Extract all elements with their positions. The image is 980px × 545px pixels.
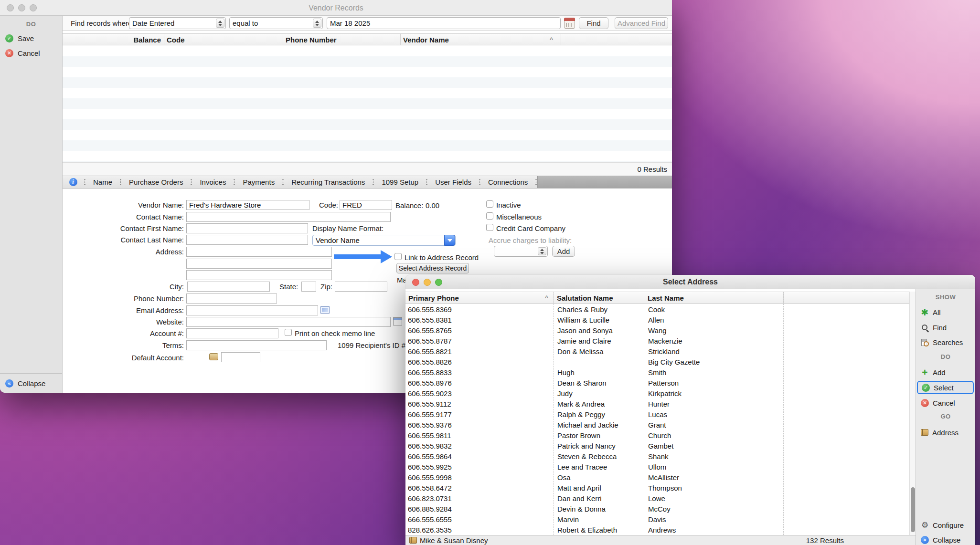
- address-row[interactable]: 606.555.9864 Steven & Rebecca Shank: [405, 451, 916, 461]
- address-row[interactable]: 606.555.8765 Jason and Sonya Wang: [405, 325, 916, 335]
- website-field[interactable]: [186, 317, 391, 327]
- column-divider: [400, 34, 401, 45]
- find-operator-dropdown[interactable]: equal to: [229, 17, 323, 29]
- column-guide: [783, 292, 784, 535]
- go-address-button[interactable]: Address: [921, 427, 959, 438]
- contact-first-name-field[interactable]: [186, 223, 308, 233]
- configure-button[interactable]: ⚙ Configure: [921, 519, 964, 531]
- find-button[interactable]: Find: [921, 322, 947, 333]
- tab[interactable]: Name: [86, 176, 119, 188]
- email-icon[interactable]: [320, 306, 330, 314]
- address-row[interactable]: 606.555.9177 Ralph & Peggy Lucas: [405, 409, 916, 419]
- address-row[interactable]: 606.555.9998 Osa McAllister: [405, 472, 916, 482]
- column-header-salutation-name[interactable]: Salutation Name: [557, 294, 613, 302]
- collapse-sidebar-button[interactable]: « Collapse: [921, 534, 960, 545]
- accrue-liability-dropdown[interactable]: [494, 246, 548, 257]
- address-row[interactable]: 606.555.8833 Hugh Smith: [405, 367, 916, 377]
- address-row[interactable]: 828.626.3535 Robert & Elizabeth Andrews: [405, 524, 916, 535]
- contact-last-name-field[interactable]: [186, 235, 308, 245]
- website-icon[interactable]: [393, 317, 402, 325]
- tab[interactable]: 1099 Setup: [374, 176, 426, 188]
- column-header-last-name[interactable]: Last Name: [648, 294, 684, 302]
- address-row[interactable]: 606.555.8381 William & Lucille Allen: [405, 314, 916, 325]
- account-number-field[interactable]: [186, 328, 278, 338]
- credit-card-company-checkbox[interactable]: [486, 224, 493, 231]
- address-row[interactable]: 606.555.9811 Pastor Brown Church: [405, 430, 916, 440]
- find-value-input[interactable]: [327, 17, 561, 29]
- advanced-find-button[interactable]: Advanced Find: [615, 17, 668, 29]
- sort-ascending-icon[interactable]: ^: [545, 294, 548, 302]
- info-tab[interactable]: i: [63, 176, 84, 188]
- vendor-name-field[interactable]: [186, 200, 309, 210]
- add-button[interactable]: + Add: [921, 367, 946, 378]
- phone-number-field[interactable]: [186, 293, 277, 304]
- address-row[interactable]: 606.555.8976 Dean & Sharon Patterson: [405, 377, 916, 388]
- address-row[interactable]: 606.555.9376 Michael and Jackie Grant: [405, 419, 916, 430]
- address-line2-field[interactable]: [186, 259, 332, 269]
- email-address-field[interactable]: [186, 305, 318, 315]
- phone-number-label: Phone Number:: [77, 294, 184, 303]
- default-account-picker-icon[interactable]: [209, 353, 218, 360]
- column-header-vendor-name[interactable]: Vendor Name: [403, 36, 449, 44]
- address-row[interactable]: 606.555.8787 Jamie and Claire Mackenzie: [405, 335, 916, 346]
- find-button[interactable]: Find: [579, 17, 608, 29]
- column-header-primary-phone[interactable]: Primary Phone: [408, 294, 459, 302]
- select-address-record-button[interactable]: Select Address Record: [396, 263, 469, 273]
- arrow-shaft: [334, 254, 381, 259]
- inactive-checkbox[interactable]: [486, 200, 493, 208]
- vertical-scrollbar[interactable]: [909, 292, 916, 535]
- zip-field[interactable]: [335, 282, 387, 292]
- tab[interactable]: Invoices: [192, 176, 233, 188]
- tab[interactable]: Recurring Transactions: [284, 176, 372, 188]
- scrollbar-thumb[interactable]: [911, 487, 915, 532]
- searches-button[interactable]: Searches: [921, 336, 963, 348]
- address-row[interactable]: 666.555.6555 Marvin Davis: [405, 514, 916, 524]
- save-button[interactable]: ✓ Save: [0, 32, 62, 44]
- accrue-add-button[interactable]: Add: [552, 246, 575, 257]
- tab[interactable]: User Fields: [428, 176, 479, 188]
- state-field[interactable]: [301, 282, 316, 292]
- column-header-balance[interactable]: Balance: [63, 36, 161, 44]
- default-account-field[interactable]: [221, 352, 260, 362]
- sort-ascending-icon[interactable]: ^: [550, 36, 553, 44]
- address-row[interactable]: 606.555.8369 Charles & Ruby Cook: [405, 304, 916, 314]
- address-row[interactable]: 606.555.9832 Patrick and Nancy Gambet: [405, 440, 916, 451]
- select-window-titlebar[interactable]: Select Address: [405, 275, 975, 289]
- link-to-address-checkbox[interactable]: [394, 253, 402, 260]
- date-picker-icon[interactable]: [564, 18, 575, 29]
- address-row[interactable]: 606.885.9284 Devin & Donna McCoy: [405, 503, 916, 514]
- address-line3-field[interactable]: [186, 270, 332, 280]
- address-row[interactable]: 606.555.9023 Judy Kirkpatrick: [405, 388, 916, 398]
- address-table-body: 606.555.8369 Charles & Ruby Cook 606.555…: [405, 304, 916, 535]
- cell-primary-phone: 606.555.9811: [405, 431, 555, 440]
- terms-field[interactable]: [186, 340, 327, 350]
- cancel-button[interactable]: ✕ Cancel: [921, 397, 955, 409]
- show-all-button[interactable]: ✱ All: [921, 306, 941, 318]
- miscellaneous-checkbox[interactable]: [486, 212, 493, 220]
- display-name-format-dropdown[interactable]: Vendor Name: [312, 235, 456, 246]
- contact-name-field[interactable]: [186, 212, 391, 222]
- tab[interactable]: Purchase Orders: [122, 176, 190, 188]
- city-field[interactable]: [187, 282, 270, 292]
- code-field[interactable]: [340, 200, 392, 210]
- address-line1-field[interactable]: [186, 247, 332, 257]
- tab[interactable]: Payments: [235, 176, 282, 188]
- print-check-memo-checkbox[interactable]: [285, 329, 292, 336]
- display-name-format-label: Display Name Format:: [312, 224, 383, 232]
- collapse-sidebar-button[interactable]: « Collapse: [0, 377, 62, 389]
- column-header-phone-number[interactable]: Phone Number: [286, 36, 337, 44]
- vendor-window-titlebar[interactable]: Vendor Records: [0, 0, 672, 16]
- address-row[interactable]: 606.558.6472 Matt and April Thompson: [405, 482, 916, 493]
- find-field-dropdown[interactable]: Date Entered: [129, 17, 226, 29]
- cell-primary-phone: 606.558.6472: [405, 484, 555, 492]
- address-row[interactable]: 606.555.8826 Big City Gazette: [405, 356, 916, 367]
- column-header-code[interactable]: Code: [167, 36, 185, 44]
- address-row[interactable]: 606.823.0731 Dan and Kerri Lowe: [405, 493, 916, 503]
- tab[interactable]: Connections: [481, 176, 535, 188]
- address-row[interactable]: 606.555.8821 Don & Melissa Strickland: [405, 346, 916, 356]
- select-button-highlighted[interactable]: ✓ Select: [917, 381, 974, 394]
- address-row[interactable]: 606.555.9112 Mark & Andrea Hunter: [405, 398, 916, 409]
- find-operator-value: equal to: [233, 19, 258, 27]
- cancel-button[interactable]: ✕ Cancel: [0, 47, 62, 59]
- address-row[interactable]: 606.555.9925 Lee and Tracee Ullom: [405, 461, 916, 472]
